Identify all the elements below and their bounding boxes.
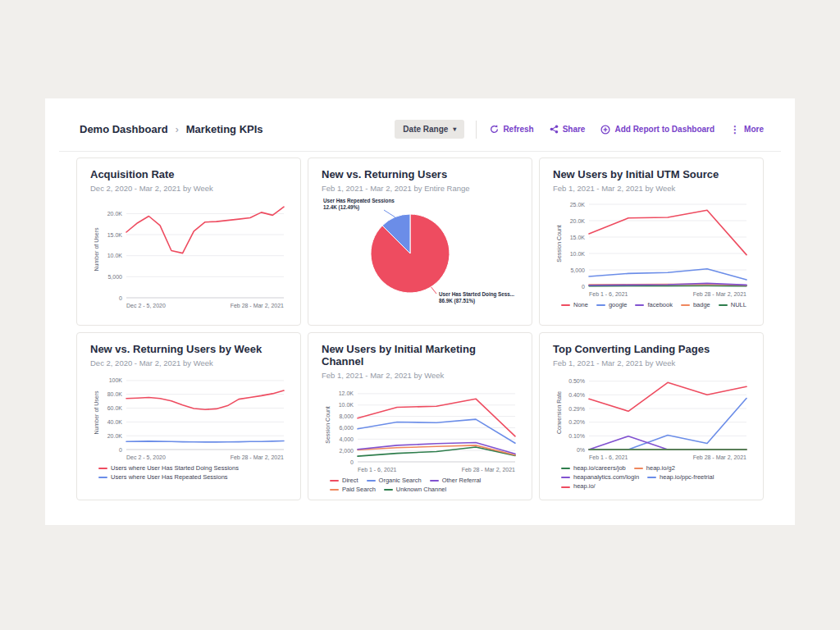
legend-item[interactable]: google (596, 302, 628, 308)
legend-item[interactable]: Direct (330, 477, 358, 484)
legend-label: heap.io/ppc-freetrial (660, 474, 714, 481)
toolbar-divider (476, 121, 477, 139)
svg-text:10.0K: 10.0K (339, 402, 354, 408)
legend-item[interactable]: heapanalytics.com/login (561, 474, 639, 481)
svg-text:User Has Started Doing Sess...: User Has Started Doing Sess... (439, 291, 514, 298)
legend-item[interactable]: Users where User Has Repeated Sessions (98, 474, 228, 481)
chart-legend: DirectOrganic SearchOther ReferralPaid S… (330, 477, 518, 494)
svg-text:Feb 28 - Mar 2, 2021: Feb 28 - Mar 2, 2021 (693, 454, 746, 460)
legend-label: facebook (647, 302, 672, 308)
svg-text:86.9K (87.51%): 86.9K (87.51%) (439, 298, 475, 304)
legend-item[interactable]: Other Referral (430, 477, 482, 484)
report-card-marketing-channel[interactable]: New Users by Initial Marketing Channel F… (308, 332, 532, 500)
legend-item[interactable]: NULL (719, 302, 746, 308)
legend-label: Users where User Has Started Doing Sessi… (111, 465, 239, 472)
dashboard-canvas: Demo Dashboard › Marketing KPIs Date Ran… (45, 98, 795, 525)
legend-label: Direct (342, 477, 358, 484)
svg-text:60.0K: 60.0K (107, 405, 123, 411)
card-title: Acquisition Rate (90, 169, 287, 181)
legend-item[interactable]: Organic Search (367, 477, 422, 484)
svg-text:Number of Users: Number of Users (94, 390, 99, 434)
svg-text:0: 0 (119, 446, 122, 452)
svg-text:100K: 100K (109, 377, 123, 383)
more-label: More (744, 125, 764, 134)
report-card-utm-source[interactable]: New Users by Initial UTM Source Feb 1, 2… (539, 158, 764, 326)
svg-text:Feb 28 - Mar 2, 2021: Feb 28 - Mar 2, 2021 (693, 291, 746, 297)
legend-item[interactable]: Users where User Has Started Doing Sessi… (98, 465, 239, 472)
legend-label: Users where User Has Repeated Sessions (111, 474, 228, 481)
refresh-button[interactable]: Refresh (490, 125, 533, 134)
chart-legend: heap.io/careers/jobheap.io/g2heapanalyti… (561, 465, 750, 491)
svg-text:15.0K: 15.0K (570, 234, 586, 240)
more-button[interactable]: ⋮ More (730, 125, 764, 135)
svg-text:4,000: 4,000 (339, 436, 354, 442)
svg-text:Session Count: Session Count (556, 225, 562, 262)
svg-text:Feb 28 - Mar 2, 2021: Feb 28 - Mar 2, 2021 (462, 467, 515, 472)
report-card-acquisition-rate[interactable]: Acquisition Rate Dec 2, 2020 - Mar 2, 20… (76, 158, 301, 326)
svg-text:Dec 2 - 5, 2020: Dec 2 - 5, 2020 (126, 454, 166, 460)
svg-text:15.0K: 15.0K (107, 231, 123, 237)
svg-text:0: 0 (350, 459, 354, 464)
svg-text:20.0K: 20.0K (107, 433, 123, 439)
card-title: Top Converting Landing Pages (553, 344, 750, 356)
legend-label: Other Referral (442, 477, 482, 484)
add-report-button[interactable]: Add Report to Dashboard (600, 125, 714, 135)
toolbar: Date Range ▾ Refresh Share Add Report to… (395, 120, 764, 139)
add-report-label: Add Report to Dashboard (614, 125, 714, 134)
legend-item[interactable]: heap.io/g2 (634, 465, 675, 472)
svg-text:2,000: 2,000 (339, 448, 354, 454)
dashboard-header: Demo Dashboard › Marketing KPIs Date Ran… (45, 98, 795, 139)
svg-text:25.0K: 25.0K (570, 201, 586, 207)
card-subtitle: Feb 1, 2021 - Mar 2, 2021 by Entire Rang… (322, 184, 518, 193)
legend-item[interactable]: None (561, 302, 588, 308)
card-subtitle: Dec 2, 2020 - Mar 2, 2021 by Week (90, 184, 287, 193)
chart-canvas: 02,0004,0006,0008,00010.0K12.0KFeb 1 - 6… (322, 383, 518, 475)
chart-legend: Users where User Has Started Doing Sessi… (98, 465, 287, 482)
legend-label: heap.io/careers/job (573, 465, 626, 472)
legend-item[interactable]: heap.io/ (561, 483, 596, 490)
legend-item[interactable]: heap.io/careers/job (561, 465, 626, 472)
breadcrumb-parent[interactable]: Demo Dashboard (80, 123, 168, 135)
svg-text:Dec 2 - 5, 2020: Dec 2 - 5, 2020 (126, 303, 166, 308)
plus-circle-icon (600, 125, 610, 135)
chart-canvas: 05,00010.0K15.0K20.0KDec 2 - 5, 2020Feb … (90, 196, 287, 311)
svg-text:0%: 0% (577, 446, 585, 452)
legend-label: NULL (731, 302, 746, 308)
legend-label: heapanalytics.com/login (573, 474, 639, 481)
svg-text:6,000: 6,000 (339, 425, 354, 431)
svg-text:0.20%: 0.20% (568, 419, 585, 425)
report-card-new-vs-returning[interactable]: New vs. Returning Users Feb 1, 2021 - Ma… (308, 158, 532, 326)
card-subtitle: Dec 2, 2020 - Mar 2, 2021 by Week (90, 358, 287, 368)
legend-label: badge (693, 302, 710, 308)
svg-text:Feb 1 - 6, 2021: Feb 1 - 6, 2021 (358, 467, 397, 472)
svg-text:0.40%: 0.40% (568, 392, 585, 398)
svg-text:10.0K: 10.0K (570, 250, 586, 256)
chart-canvas: User Has Repeated Sessions12.4K (12.49%)… (322, 196, 518, 311)
share-button[interactable]: Share (550, 125, 586, 134)
legend-item[interactable]: facebook (635, 302, 672, 308)
svg-text:User Has Repeated Sessions: User Has Repeated Sessions (323, 198, 395, 204)
report-card-new-vs-returning-by-week[interactable]: New vs. Returning Users by Week Dec 2, 2… (76, 332, 301, 500)
legend-item[interactable]: Unknown Channel (384, 486, 446, 493)
svg-text:0.10%: 0.10% (568, 433, 585, 439)
chart-legend: NonegooglefacebookbadgeNULL (561, 302, 750, 308)
legend-item[interactable]: badge (681, 302, 710, 308)
legend-label: Paid Search (342, 486, 376, 493)
legend-item[interactable]: Paid Search (330, 486, 376, 493)
legend-label: None (573, 302, 588, 308)
card-title: New vs. Returning Users by Week (90, 344, 287, 356)
kebab-menu-icon: ⋮ (730, 125, 740, 135)
refresh-label: Refresh (503, 125, 533, 134)
report-card-landing-pages[interactable]: Top Converting Landing Pages Feb 1, 2021… (539, 332, 764, 500)
card-title: New Users by Initial Marketing Channel (322, 344, 518, 368)
share-label: Share (563, 125, 586, 134)
report-grid: Acquisition Rate Dec 2, 2020 - Mar 2, 20… (45, 152, 795, 500)
legend-item[interactable]: heap.io/ppc-freetrial (647, 474, 714, 481)
svg-text:12.4K (12.49%): 12.4K (12.49%) (323, 204, 359, 211)
chart-canvas: 0%0.10%0.20%0.29%0.40%0.50%Feb 1 - 6, 20… (553, 371, 750, 463)
breadcrumb-separator: › (176, 124, 179, 135)
svg-text:8,000: 8,000 (339, 413, 354, 419)
legend-label: Unknown Channel (396, 486, 446, 493)
date-range-button[interactable]: Date Range ▾ (395, 120, 464, 139)
svg-text:Feb 1 - 6, 2021: Feb 1 - 6, 2021 (589, 454, 628, 460)
